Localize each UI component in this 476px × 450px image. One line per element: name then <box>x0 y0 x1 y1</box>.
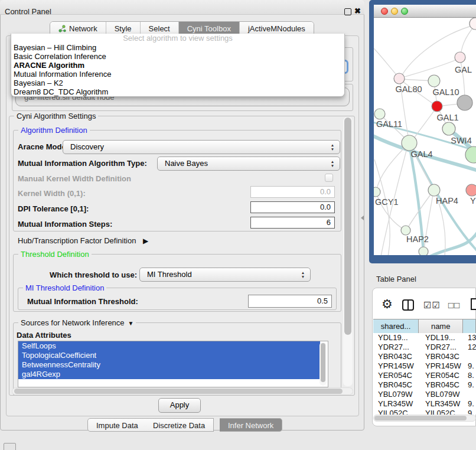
network-node-label: HAP4 <box>436 196 458 206</box>
algorithm-dropdown-placeholder: Select algorithm to view settings <box>11 34 344 43</box>
network-node[interactable] <box>457 95 472 110</box>
table-row[interactable]: YLR345WYLR345W9. <box>373 399 476 409</box>
table-panel-title: Table Panel <box>376 275 416 283</box>
hub-tf-definition-expander[interactable]: Hub/Transcription Factor Definition <box>18 236 148 245</box>
table-cell: 9. <box>465 380 474 390</box>
mi-threshold-label: Mutual Information Threshold: <box>27 297 138 306</box>
column-header[interactable]: shared... <box>373 319 419 334</box>
table-hscrollbar-thumb[interactable] <box>374 416 467 420</box>
network-node[interactable] <box>419 247 428 255</box>
maximize-window-icon[interactable] <box>401 8 408 15</box>
network-node[interactable] <box>442 122 455 135</box>
apply-button[interactable]: Apply <box>158 398 201 413</box>
data-attribute-item[interactable]: TopologicalCoefficient <box>18 351 320 360</box>
table-settings-gear-icon[interactable] <box>382 297 393 311</box>
network-node-label: SWI4 <box>451 136 471 145</box>
sources-group-title[interactable]: Sources for Network Inference <box>18 318 136 327</box>
dpi-tolerance-field[interactable]: 0.0 <box>250 201 335 213</box>
float-window-icon[interactable] <box>344 8 351 15</box>
algorithm-option[interactable]: Dream8 DC_TDC Algorithm <box>11 87 344 96</box>
network-node[interactable] <box>402 135 417 151</box>
tab-infer-network[interactable]: Infer Network <box>220 418 282 432</box>
aracne-mode-combo[interactable]: Discovery <box>63 140 340 154</box>
collapsed-panel-icon[interactable] <box>4 443 16 450</box>
dpi-tolerance-label: DPI Tolerance [0,1]: <box>18 204 89 213</box>
data-attribute-item[interactable]: SelfLoops <box>18 341 320 351</box>
algorithm-option[interactable]: Basic Correlation Inference <box>11 52 344 61</box>
data-attributes-label: Data Attributes <box>17 331 71 340</box>
table-cell: YBR045C <box>373 380 422 390</box>
settings-hscrollbar-thumb[interactable] <box>14 389 343 394</box>
table-row[interactable]: YPR145WYPR145W9. <box>373 361 476 371</box>
table-row[interactable]: YDL19...YDL19...13 <box>373 333 476 343</box>
table-row[interactable]: YDR27...YDR27...12 <box>373 343 476 352</box>
network-node[interactable] <box>374 187 380 197</box>
network-window-titlebar[interactable] <box>374 5 476 18</box>
table-cell: YBR043C <box>373 352 422 361</box>
table-cell: YLR345W <box>373 399 422 409</box>
tab-impute-data[interactable]: Impute Data <box>87 418 147 432</box>
deselect-all-unchecked-icon[interactable] <box>448 300 460 310</box>
network-node[interactable] <box>428 75 440 87</box>
panel-divider-arrow-icon[interactable] <box>361 216 364 220</box>
split-columns-icon[interactable] <box>402 299 414 311</box>
network-node[interactable] <box>466 184 476 196</box>
mi-steps-field[interactable]: 6 <box>250 217 335 229</box>
network-node[interactable] <box>470 18 476 30</box>
table-cell: YDL19... <box>373 333 422 343</box>
mi-steps-label: Mutual Information Steps: <box>18 220 112 229</box>
mi-threshold-field[interactable]: 0.5 <box>248 295 332 308</box>
network-node[interactable] <box>401 226 410 235</box>
network-node[interactable] <box>374 109 385 119</box>
close-window-icon[interactable] <box>381 8 388 15</box>
table-cell: 13 <box>465 333 476 343</box>
table-row[interactable]: YIL052CYIL052C9 <box>373 409 476 415</box>
new-table-icon[interactable] <box>471 298 476 310</box>
mi-type-combo[interactable]: Naive Bayes <box>157 156 340 171</box>
tab-discretize-data[interactable]: Discretize Data <box>145 418 214 432</box>
algorithm-option[interactable]: ARACNE Algorithm <box>11 61 344 70</box>
data-attribute-item[interactable]: BetweennessCentrality <box>18 360 320 370</box>
spinner-icon <box>330 143 335 151</box>
network-icon <box>58 25 66 32</box>
algorithm-option[interactable]: Bayesian – K2 <box>11 79 344 87</box>
network-node-label: GAL <box>455 65 472 74</box>
table-cell: 9. <box>465 361 474 371</box>
minimize-window-icon[interactable] <box>391 8 398 15</box>
network-node[interactable] <box>394 73 405 84</box>
which-threshold-label: Which threshold to use: <box>50 270 137 279</box>
column-header[interactable]: name <box>419 319 463 334</box>
control-panel-titlebar[interactable] <box>0 0 364 15</box>
select-all-checked-icon[interactable] <box>423 300 441 311</box>
listbox-scrollbar-thumb[interactable] <box>321 343 325 382</box>
table-cell: YDR27... <box>373 343 422 352</box>
table-row[interactable]: YBR043CYBR043C <box>373 352 476 361</box>
table-cell: 9. <box>465 399 474 409</box>
network-node-label: HAP2 <box>406 234 429 244</box>
table-cell: YPR145W <box>373 361 422 371</box>
close-icon[interactable] <box>354 6 361 15</box>
table-cell: YDR27... <box>422 343 465 352</box>
network-canvas[interactable]: GALGAL80GAL10GAL1GAL11SWI4GAL4GCY1HAP4YH… <box>374 18 476 255</box>
table-cell: 9 <box>465 409 472 415</box>
table-row[interactable]: YER054CYER054C8. <box>373 371 476 380</box>
network-node[interactable] <box>455 52 465 63</box>
network-node-label: GCY1 <box>375 197 399 207</box>
table-cell: YBR043C <box>422 352 465 361</box>
table-row[interactable]: YBR045CYBR045C9. <box>373 380 476 390</box>
settings-scrollbar-thumb[interactable] <box>344 118 351 335</box>
table-row[interactable]: YBL079WYBL079W <box>373 390 476 399</box>
aracne-mode-label: Aracne Mode: <box>18 142 69 151</box>
network-node[interactable] <box>428 184 440 196</box>
network-node[interactable] <box>432 101 442 112</box>
algorithm-option[interactable]: Bayesian – Hill Climbing <box>11 43 344 52</box>
algorithm-definition-title: Algorithm Definition <box>18 126 90 135</box>
algorithm-option[interactable]: Mutual Information Inference <box>11 70 344 79</box>
table-cell: YIL052C <box>373 409 422 415</box>
which-threshold-combo[interactable]: MI Threshold <box>139 268 311 282</box>
table-cell: 8. <box>465 371 474 380</box>
column-header[interactable] <box>463 319 476 334</box>
manual-kernel-checkbox[interactable] <box>325 174 333 182</box>
kernel-width-field[interactable]: 0.0 <box>250 186 335 198</box>
data-attribute-item[interactable]: gal4RGexp <box>18 370 320 379</box>
